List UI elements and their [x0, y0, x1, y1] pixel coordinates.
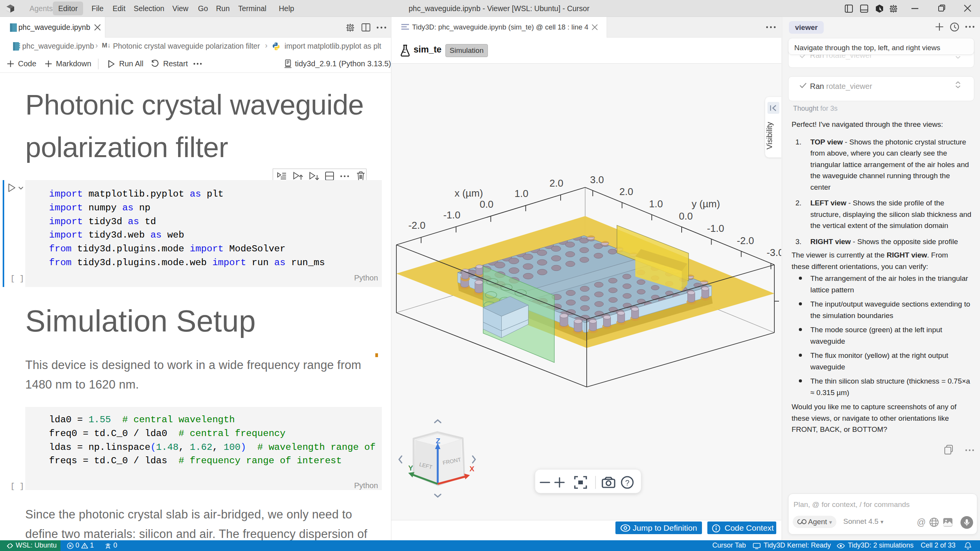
svg-text:0.0: 0.0	[679, 210, 693, 222]
svg-text:-2.0: -2.0	[737, 235, 754, 246]
svg-text:1.0: 1.0	[649, 198, 663, 210]
svg-text:-3.0: -3.0	[767, 247, 781, 258]
svg-text:X: X	[470, 465, 474, 473]
svg-text:Y: Y	[408, 464, 413, 472]
svg-text:Z: Z	[436, 437, 440, 445]
svg-text:-1.0: -1.0	[707, 223, 724, 234]
svg-text:1.0: 1.0	[515, 188, 528, 199]
svg-text:2.0: 2.0	[619, 186, 633, 197]
svg-text:2.0: 2.0	[550, 177, 563, 189]
svg-text:y (µm): y (µm)	[692, 198, 720, 210]
svg-text:?: ?	[625, 479, 629, 487]
svg-text:3.0: 3.0	[590, 174, 604, 185]
